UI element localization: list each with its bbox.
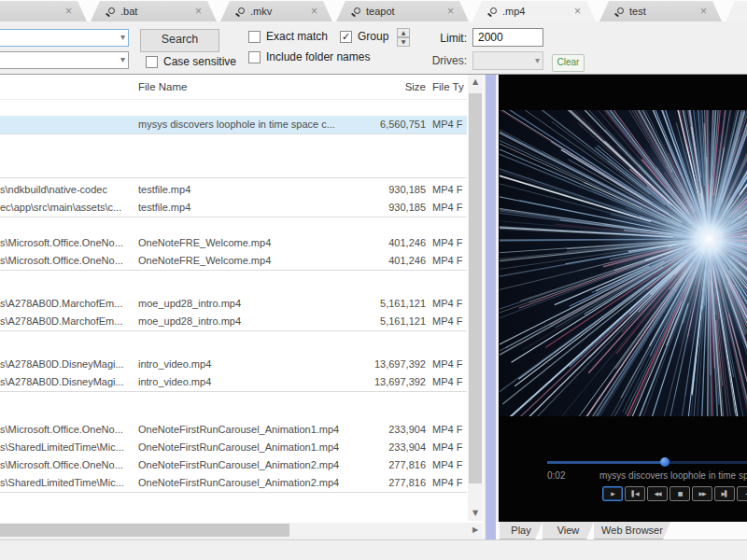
limit-input[interactable]: 2000 bbox=[472, 28, 543, 47]
chevron-down-icon[interactable]: ▾ bbox=[120, 32, 125, 42]
seek-thumb[interactable] bbox=[660, 457, 669, 467]
cell-size: 401,246 bbox=[345, 255, 426, 266]
video-preview: 0:02 mysys discovers loophole in time sp… bbox=[499, 75, 747, 522]
scroll-down-button[interactable]: ▼ bbox=[468, 506, 483, 521]
search-in-combo[interactable]: ▾ bbox=[0, 51, 129, 69]
tab-label: ys bbox=[0, 6, 60, 17]
group-checkbox[interactable]: ✓ Group bbox=[340, 30, 388, 43]
tab-teapot[interactable]: teapot× bbox=[336, 1, 469, 21]
cell-size: 930,185 bbox=[345, 202, 426, 213]
exact-match-checkbox[interactable]: Exact match bbox=[248, 30, 328, 43]
column-header-file-name[interactable]: File Name bbox=[138, 81, 187, 92]
tab-bat[interactable]: .bat× bbox=[91, 1, 217, 21]
tab-mkv[interactable]: .mkv× bbox=[220, 1, 332, 21]
group-spacer bbox=[0, 331, 467, 356]
skip-start-button[interactable]: ▌◀ bbox=[625, 486, 645, 501]
tab-test[interactable]: test× bbox=[599, 1, 722, 21]
close-icon[interactable]: × bbox=[65, 6, 72, 17]
chevron-down-icon: ▾ bbox=[535, 55, 540, 65]
checkbox-label: Include folder names bbox=[266, 50, 370, 63]
tab-partial[interactable] bbox=[726, 1, 747, 21]
table-row[interactable]: s\Microsoft.Office.OneNo...OneNoteFRE_We… bbox=[0, 252, 467, 270]
clear-button[interactable]: Clear bbox=[552, 54, 585, 72]
cell-path: s\Microsoft.Office.OneNo... bbox=[0, 424, 133, 435]
table-row[interactable]: mysys discovers loophole in time space c… bbox=[0, 116, 467, 133]
tab-play[interactable]: Play bbox=[500, 522, 543, 539]
cell-path: s\A278AB0D.MarchofEm... bbox=[0, 315, 133, 327]
table-row[interactable]: s\Microsoft.Office.OneNo...OneNoteFirstR… bbox=[0, 456, 467, 474]
cell-size: 277,816 bbox=[345, 459, 426, 470]
checkbox-label: Exact match bbox=[266, 30, 328, 43]
close-icon[interactable]: × bbox=[447, 6, 454, 17]
search-icon bbox=[106, 7, 116, 17]
table-row[interactable]: s\SharedLimitedTime\Mic...OneNoteFirstRu… bbox=[0, 474, 467, 492]
tab-mp4[interactable]: .mp4× bbox=[472, 1, 596, 21]
tab-ys[interactable]: ys× bbox=[0, 1, 87, 21]
pane-splitter[interactable] bbox=[486, 75, 496, 539]
tab-web-browser[interactable]: Web Browser bbox=[594, 522, 670, 539]
group-spacer bbox=[0, 99, 467, 116]
close-icon[interactable]: × bbox=[311, 6, 317, 17]
cell-file-type: MP4 F bbox=[432, 184, 470, 195]
cell-path: s\Microsoft.Office.OneNo... bbox=[0, 459, 133, 470]
spinner-down-icon[interactable]: ▼ bbox=[397, 37, 410, 47]
group-spacer bbox=[0, 134, 467, 177]
search-button[interactable]: Search bbox=[140, 29, 219, 52]
table-row[interactable]: s\A278AB0D.DisneyMagi...intro_video.mp41… bbox=[0, 373, 467, 391]
checkbox-box[interactable] bbox=[248, 51, 261, 63]
seek-bar[interactable] bbox=[547, 461, 747, 464]
table-row[interactable]: s\ndkbuild\native-codectestfile.mp4930,1… bbox=[0, 181, 467, 199]
table-row[interactable]: s\Microsoft.Office.OneNo...OneNoteFRE_We… bbox=[0, 234, 467, 252]
cell-path: s\ndkbuild\native-codec bbox=[0, 184, 133, 195]
include-folder-names-checkbox[interactable]: Include folder names bbox=[248, 50, 370, 63]
scroll-thumb[interactable] bbox=[0, 524, 289, 537]
table-row[interactable]: s\A278AB0D.DisneyMagi...intro_video.mp41… bbox=[0, 356, 467, 373]
column-header-size[interactable]: Size bbox=[345, 81, 426, 92]
cell-size: 233,904 bbox=[345, 424, 426, 435]
table-row[interactable]: s\SharedLimitedTime\Mic...OneNoteFirstRu… bbox=[0, 439, 467, 456]
table-row[interactable]: s\Microsoft.Office.OneNo...OneNoteFirstR… bbox=[0, 421, 467, 439]
checkbox-box[interactable] bbox=[146, 56, 158, 68]
table-row[interactable]: ec\app\src\main\assets\c...testfile.mp49… bbox=[0, 199, 467, 217]
cell-file-name: OneNoteFirstRunCarousel_Animation2.mp4 bbox=[138, 459, 359, 470]
cell-file-type: MP4 F bbox=[432, 119, 470, 130]
cell-file-type: MP4 F bbox=[432, 255, 470, 266]
checkbox-box[interactable]: ✓ bbox=[340, 31, 352, 43]
close-icon[interactable]: × bbox=[195, 6, 202, 17]
checkbox-box[interactable] bbox=[248, 31, 261, 43]
checkbox-label: Group bbox=[358, 30, 388, 43]
rewind-button[interactable]: ◀◀ bbox=[647, 486, 668, 501]
cell-path: s\A278AB0D.DisneyMagi... bbox=[0, 376, 133, 387]
play-button[interactable]: ▶ bbox=[602, 486, 623, 501]
cell-file-type: MP4 F bbox=[432, 376, 470, 387]
scroll-right-button[interactable]: ▶ bbox=[468, 523, 483, 538]
fast-forward-button[interactable]: ▶▶ bbox=[692, 486, 712, 501]
media-controls: ▶▌◀◀◀■▶▶▶▌◀ bbox=[602, 486, 747, 503]
cell-size: 930,185 bbox=[345, 184, 426, 195]
cell-size: 401,246 bbox=[345, 237, 426, 248]
search-term-combo[interactable]: ▾ bbox=[0, 29, 129, 47]
cell-file-name: OneNoteFirstRunCarousel_Animation1.mp4 bbox=[138, 441, 359, 453]
extra-button[interactable]: ◀ bbox=[737, 486, 747, 501]
drives-select[interactable]: ▾ bbox=[472, 51, 543, 70]
spinner-up-icon[interactable]: ▲ bbox=[397, 28, 410, 37]
close-icon[interactable]: × bbox=[574, 6, 581, 17]
stop-button[interactable]: ■ bbox=[669, 486, 690, 501]
skip-end-button[interactable]: ▶▌ bbox=[714, 486, 735, 501]
scroll-up-button[interactable]: ▲ bbox=[468, 75, 483, 90]
tab-label: .bat bbox=[120, 6, 190, 17]
chevron-down-icon[interactable]: ▾ bbox=[120, 54, 125, 64]
search-icon bbox=[614, 7, 625, 17]
column-header-file-type[interactable]: File Ty bbox=[432, 81, 464, 92]
cell-file-type: MP4 F bbox=[432, 459, 470, 470]
horizontal-scrollbar[interactable]: ▶ bbox=[0, 523, 483, 538]
group-spinner[interactable]: ▲ ▼ bbox=[397, 28, 410, 48]
vertical-scrollbar[interactable]: ▲ ▼ bbox=[468, 75, 483, 521]
cell-file-name: OneNoteFRE_Welcome.mp4 bbox=[138, 255, 359, 266]
table-row[interactable]: s\A278AB0D.MarchofEm...moe_upd28_intro.m… bbox=[0, 313, 467, 330]
case-sensitive-checkbox[interactable]: Case sensitive bbox=[146, 55, 236, 68]
table-row[interactable]: s\A278AB0D.MarchofEm...moe_upd28_intro.m… bbox=[0, 295, 467, 313]
tab-view[interactable]: View bbox=[543, 522, 594, 539]
scroll-thumb[interactable] bbox=[469, 93, 482, 483]
close-icon[interactable]: × bbox=[700, 6, 707, 17]
